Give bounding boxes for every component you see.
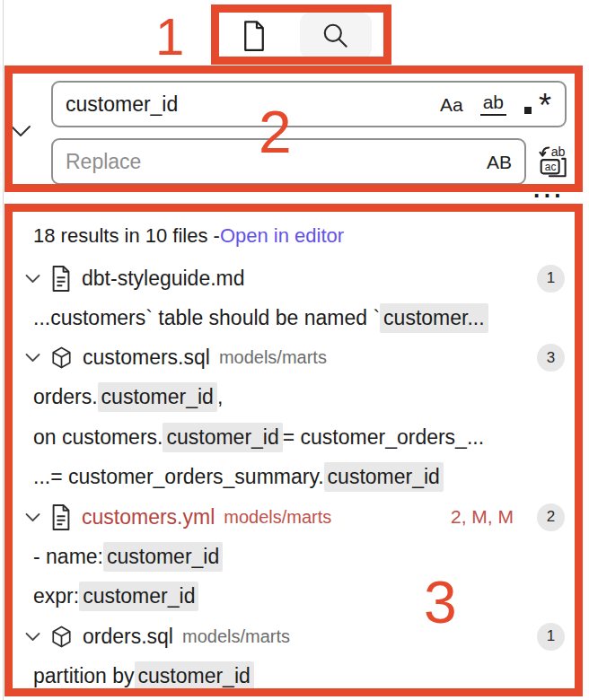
panel-divider (3, 0, 4, 700)
chevron-down-icon (25, 274, 40, 284)
replace-all-button[interactable]: ab ac (536, 143, 572, 182)
match-text: ...= customer_orders_summary. (33, 465, 324, 489)
tab-new-file[interactable] (226, 14, 282, 57)
svg-text:ac: ac (545, 161, 557, 173)
search-sidebar: Aa ab * AB ab ac ··· 18 results in 10 fi (0, 0, 589, 700)
chevron-down-icon (10, 124, 31, 137)
match-row[interactable]: - name: customer_id (13, 537, 574, 577)
match-text: = customer_orders_... (283, 425, 484, 450)
svg-text:ab: ab (551, 144, 566, 159)
match-text: , (217, 385, 223, 409)
file-row[interactable]: orders.sqlmodels/marts1 (13, 617, 574, 656)
match-text: on customers. (33, 425, 163, 450)
replace-input[interactable] (53, 150, 487, 174)
file-row[interactable]: dbt-styleguide.md1 (13, 258, 574, 298)
search-icon (321, 21, 351, 51)
model-cube-icon (49, 625, 74, 649)
match-highlight: customer_id (103, 542, 223, 572)
match-count-badge: 1 (537, 265, 565, 293)
replace-options: AB (487, 153, 524, 171)
match-highlight: customer_id (98, 382, 217, 412)
file-name: dbt-styleguide.md (82, 267, 245, 291)
replace-box: AB (51, 138, 526, 185)
file-path: models/marts (224, 507, 331, 528)
file-name: orders.sql (83, 625, 173, 649)
open-in-editor-link[interactable]: Open in editor (220, 224, 344, 248)
toggle-replace-button[interactable] (8, 119, 33, 141)
whole-word-button[interactable]: ab (480, 92, 506, 116)
match-text: orders. (33, 385, 98, 409)
match-count-badge: 2 (537, 503, 565, 531)
match-row[interactable]: on customers.customer_id = customer_orde… (13, 417, 574, 458)
match-row[interactable]: orders.customer_id, (13, 378, 574, 418)
match-text: expr: (33, 584, 79, 608)
match-text: ...customers` table should be named ` (33, 306, 380, 330)
match-highlight: customer_id (163, 423, 282, 452)
chevron-down-icon (25, 632, 40, 642)
replace-all-icon: ab ac (536, 144, 570, 181)
results-file-list: dbt-styleguide.md1...customers` table sh… (13, 258, 574, 691)
file-row[interactable]: customers.sqlmodels/marts3 (13, 338, 574, 378)
match-case-button[interactable]: Aa (440, 95, 463, 114)
file-path: models/marts (219, 347, 327, 368)
match-highlight: customer_id (324, 462, 444, 492)
match-text: partition by (33, 664, 135, 688)
regex-button[interactable]: * (523, 90, 552, 118)
match-row[interactable]: ...= customer_orders_summary.customer_id (13, 458, 574, 498)
chevron-down-icon (25, 512, 40, 522)
preserve-case-button[interactable]: AB (487, 153, 512, 171)
match-highlight: customer_id (79, 582, 198, 611)
search-results: 18 results in 10 files - Open in editor … (13, 214, 574, 691)
match-row[interactable]: ...customers` table should be named `cus… (13, 298, 574, 338)
model-cube-icon (49, 346, 74, 370)
match-highlight: customer... (380, 303, 488, 333)
new-file-icon (241, 19, 268, 53)
more-actions-button[interactable]: ··· (533, 184, 573, 207)
results-header: 18 results in 10 files - Open in editor (13, 214, 574, 258)
match-row[interactable]: expr: customer_id (13, 577, 574, 617)
chevron-down-icon (25, 353, 40, 363)
file-path: models/marts (182, 626, 290, 647)
file-row[interactable]: customers.ymlmodels/marts2, M, M2 (13, 497, 574, 537)
search-input[interactable] (53, 92, 440, 117)
search-options: Aa ab * (440, 90, 565, 118)
file-name: customers.sql (83, 346, 210, 370)
tab-search[interactable] (300, 13, 372, 59)
match-text: - name: (33, 545, 103, 569)
match-highlight: customer_id (135, 661, 254, 691)
file-icon (49, 265, 73, 293)
match-count-badge: 1 (537, 623, 565, 651)
file-icon (49, 503, 73, 531)
match-row[interactable]: partition by customer_id (13, 656, 574, 691)
annotation-label-1: 1 (155, 11, 184, 63)
git-status: 2, M, M (451, 506, 514, 528)
search-box: Aa ab * (51, 81, 567, 127)
match-count-badge: 3 (537, 344, 565, 372)
file-name: customers.yml (82, 505, 215, 529)
regex-icon (524, 107, 532, 114)
results-summary: 18 results in 10 files - (33, 224, 220, 248)
regex-asterisk: * (539, 90, 551, 122)
